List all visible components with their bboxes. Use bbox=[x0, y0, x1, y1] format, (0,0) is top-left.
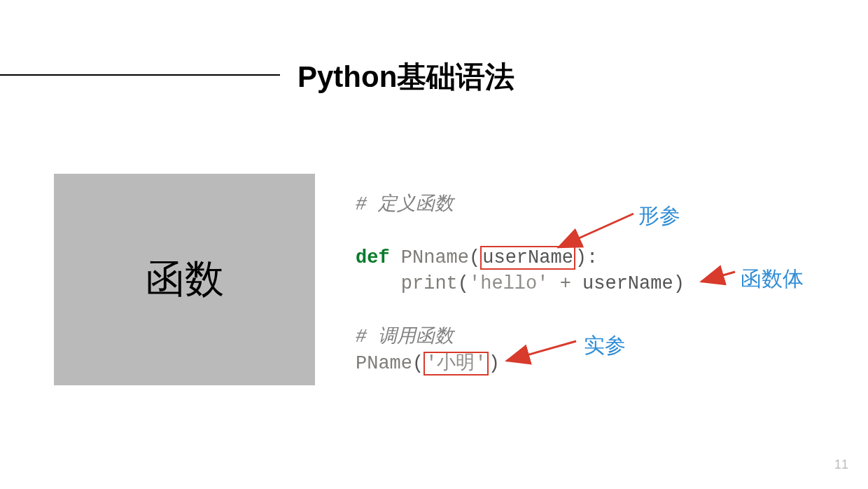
arrow-actual-param-icon bbox=[503, 336, 580, 364]
code-comment-2: # 调用函数 bbox=[356, 326, 454, 347]
svg-line-3 bbox=[701, 272, 735, 282]
svg-line-5 bbox=[507, 341, 576, 361]
topic-box: 函数 bbox=[54, 174, 315, 385]
function-name-def: PNname bbox=[401, 247, 469, 268]
page-title: Python基础语法 bbox=[298, 57, 514, 97]
arrow-func-body-icon bbox=[699, 265, 738, 286]
close-paren-2: ) bbox=[489, 353, 500, 374]
arg-boxed: '小明' bbox=[424, 352, 488, 376]
plus-op: + bbox=[548, 273, 582, 294]
ident-username: userName bbox=[582, 273, 673, 294]
annotation-formal-param: 形参 bbox=[638, 202, 680, 230]
print-call: print bbox=[401, 273, 458, 294]
code-comment-1: # 定义函数 bbox=[356, 194, 454, 215]
keyword-def: def bbox=[356, 247, 390, 268]
annotation-func-body: 函数体 bbox=[741, 265, 804, 294]
topic-label: 函数 bbox=[146, 253, 224, 306]
string-hello: 'hello' bbox=[469, 273, 548, 294]
svg-line-1 bbox=[559, 214, 634, 247]
page-number: 11 bbox=[834, 457, 848, 472]
annotation-actual-param: 实参 bbox=[584, 331, 626, 360]
header-divider bbox=[0, 74, 280, 76]
close-paren-1: ) bbox=[673, 273, 685, 294]
arrow-formal-param-icon bbox=[553, 209, 637, 251]
function-name-call: PName bbox=[356, 353, 412, 374]
